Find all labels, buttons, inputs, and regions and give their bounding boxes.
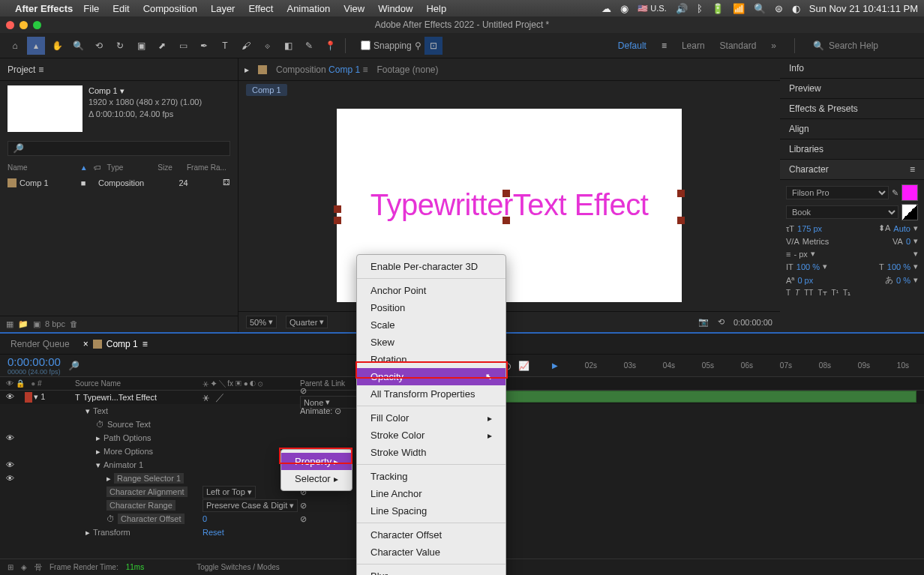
project-comp-item[interactable]: Comp 1 ▾ 1920 x 1080 (480 x 270) (1.00) … <box>0 81 238 136</box>
preview-panel-header[interactable]: Preview <box>780 79 924 99</box>
leading-value[interactable]: Auto <box>893 224 910 233</box>
hscale-value[interactable]: 100 % <box>887 262 910 271</box>
project-file-row[interactable]: Comp 1 ■ Composition 24 ⚃ <box>0 175 238 190</box>
time-ruler[interactable]: ▶ 02s 03s 04s 05s 06s 07s 08s 09s 10s <box>552 355 916 376</box>
kerning-value[interactable]: Metrics <box>802 237 829 246</box>
menu-item-per-char-3d[interactable]: Enable Per-character 3D <box>357 258 506 275</box>
source-name-col[interactable]: Source Name <box>75 379 202 388</box>
snapping-checkbox[interactable] <box>361 40 370 50</box>
libraries-panel-header[interactable]: Libraries <box>780 139 924 160</box>
wifi-icon[interactable]: 📶 <box>733 3 745 14</box>
shape-tool[interactable]: ▭ <box>174 37 192 55</box>
cc-icon[interactable]: ◉ <box>620 3 628 14</box>
control-center-icon[interactable]: ⊜ <box>775 3 783 14</box>
toggle-switches-modes[interactable]: Toggle Switches / Modes <box>196 563 280 571</box>
current-time[interactable]: 0:00:00:00 <box>8 355 61 368</box>
folder-icon[interactable]: 📁 <box>18 319 28 329</box>
font-weight-dropdown[interactable]: Book <box>786 205 898 219</box>
bluetooth-icon[interactable]: ᛒ <box>697 3 703 14</box>
selection-handle[interactable] <box>502 190 510 197</box>
orbit-tool[interactable]: ⟲ <box>90 37 108 55</box>
menu-composition[interactable]: Composition <box>143 3 197 14</box>
menu-item-scale[interactable]: Scale <box>357 316 506 334</box>
home-button[interactable]: ⌂ <box>6 37 24 55</box>
col-type[interactable]: Type <box>107 163 158 172</box>
selection-handle[interactable] <box>677 217 685 224</box>
composition-tab-prefix[interactable]: Composition <box>276 64 326 75</box>
timeline-comp-tab[interactable]: × Comp 1 ≡ <box>83 339 148 349</box>
render-queue-tab[interactable]: Render Queue <box>10 339 70 349</box>
baseline-value[interactable]: 0 px <box>797 276 813 285</box>
timeline-search[interactable]: 🔎 <box>68 361 80 371</box>
bold-button[interactable]: T <box>786 289 790 297</box>
window-minimize-button[interactable] <box>20 21 28 29</box>
workspace-standard[interactable]: Standard <box>720 40 757 51</box>
menu-item-fill-color[interactable]: Fill Color▸ <box>357 409 506 427</box>
panel-menu-icon[interactable]: ≡ <box>38 64 44 75</box>
menu-edit[interactable]: Edit <box>112 3 129 14</box>
composition-tab-name[interactable]: Comp 1 <box>328 64 360 75</box>
tl-footer-icon[interactable]: 骨 <box>34 562 42 573</box>
viewer-timecode[interactable]: 0:00:00:00 <box>734 318 772 327</box>
workspace-more[interactable]: » <box>771 40 776 51</box>
battery-icon[interactable]: 🔋 <box>712 3 724 14</box>
menu-item-line-spacing[interactable]: Line Spacing <box>357 502 506 520</box>
eyedropper-icon[interactable]: ✎ <box>892 188 898 198</box>
panel-menu-icon[interactable]: ≡ <box>910 164 915 175</box>
project-search[interactable]: 🔎 <box>8 141 230 156</box>
menu-animation[interactable]: Animation <box>286 3 330 14</box>
viewer-subtab[interactable]: Comp 1 <box>246 84 287 96</box>
selection-handle[interactable] <box>502 217 510 224</box>
brush-tool[interactable]: 🖌 <box>237 37 255 55</box>
siri-icon[interactable]: ◐ <box>792 3 800 14</box>
menu-item-skew[interactable]: Skew <box>357 334 506 351</box>
menu-window[interactable]: Window <box>378 3 412 14</box>
workspace-default[interactable]: Default <box>618 40 646 51</box>
rotate-tool[interactable]: ↻ <box>111 37 129 55</box>
selection-handle[interactable] <box>677 190 685 197</box>
snapshot-icon[interactable]: 📷 <box>698 317 709 327</box>
menubar-clock[interactable]: Sun Nov 21 10:41:11 PM <box>809 3 918 14</box>
menu-item-blur[interactable]: Blur <box>357 568 506 575</box>
allcaps-button[interactable]: TT <box>804 289 813 297</box>
stroke-width-value[interactable]: - px <box>794 250 807 259</box>
tl-footer-icon[interactable]: ◈ <box>21 563 27 571</box>
menu-item-selector[interactable]: Selector▸ <box>281 470 352 487</box>
char-align-dropdown[interactable]: Left or Top ▾ <box>202 486 256 499</box>
clone-tool[interactable]: ⟐ <box>258 37 276 55</box>
puppet-tool[interactable]: 📍 <box>321 37 339 55</box>
tracking-value[interactable]: 0 <box>906 237 910 246</box>
volume-icon[interactable]: 🔊 <box>676 3 688 14</box>
workspace-menu-icon[interactable]: ≡ <box>662 40 667 51</box>
menu-item-tracking[interactable]: Tracking <box>357 468 506 485</box>
font-size-value[interactable]: 175 px <box>797 224 822 233</box>
menu-item-stroke-color[interactable]: Stroke Color▸ <box>357 427 506 444</box>
font-family-dropdown[interactable]: Filson Pro <box>786 186 889 199</box>
trash-icon[interactable]: 🗑 <box>70 319 78 329</box>
selection-tool[interactable]: ▴ <box>27 37 45 55</box>
reset-link[interactable]: Reset <box>202 528 224 537</box>
menu-item-character-value[interactable]: Character Value <box>357 544 506 561</box>
menu-effect[interactable]: Effect <box>248 3 273 14</box>
playhead-icon[interactable]: ▶ <box>552 361 558 370</box>
cloud-icon[interactable]: ☁︎ <box>602 3 611 14</box>
quality-dropdown[interactable]: Quarter ▾ <box>286 316 328 328</box>
pen-tool[interactable]: ✒ <box>195 37 213 55</box>
snap-extra-icon[interactable]: ⊡ <box>424 37 442 55</box>
animate-button[interactable]: ⊙ <box>334 406 341 415</box>
graph-editor-icon[interactable]: 📈 <box>518 361 530 371</box>
bpc-label[interactable]: 8 bpc <box>45 319 65 329</box>
menu-layer[interactable]: Layer <box>211 3 236 14</box>
eraser-tool[interactable]: ◧ <box>279 37 297 55</box>
menu-item-line-anchor[interactable]: Line Anchor <box>357 485 506 502</box>
character-panel-header[interactable]: Character ≡ <box>780 160 924 180</box>
camera-tool[interactable]: ▣ <box>132 37 150 55</box>
hand-tool[interactable]: ✋ <box>48 37 66 55</box>
info-panel-header[interactable]: Info <box>780 58 924 79</box>
search-icon[interactable]: 🔍 <box>754 3 766 14</box>
footage-tab[interactable]: Footage (none) <box>376 64 438 75</box>
selection-handle[interactable] <box>334 205 341 213</box>
help-search[interactable]: 🔍 Search Help <box>813 40 918 51</box>
char-range-dropdown[interactable]: Preserve Case & Digit ▾ <box>202 499 298 512</box>
superscript-button[interactable]: T¹ <box>832 289 838 297</box>
